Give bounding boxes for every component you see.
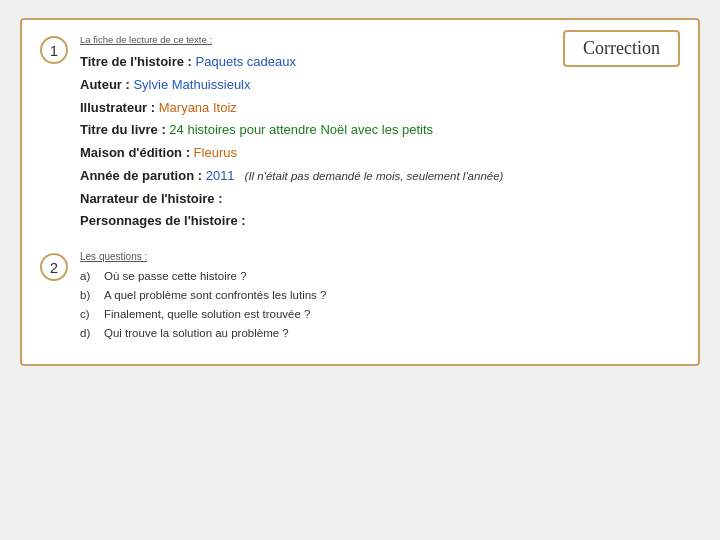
question-b: b) A quel problème sont confrontés les l… <box>80 289 680 301</box>
field-illustrateur: Illustrateur : Maryana Itoiz <box>80 97 680 120</box>
q-letter-c: c) <box>80 308 96 320</box>
section-2-content: Les questions : a) Où se passe cette his… <box>80 251 680 346</box>
question-a: a) Où se passe cette histoire ? <box>80 270 680 282</box>
field-label-narrateur: Narrateur de l'histoire : <box>80 191 223 206</box>
field-value-titre: Paquets cadeaux <box>196 54 296 69</box>
field-value-annee: 2011 <box>206 168 235 183</box>
question-d: d) Qui trouve la solution au problème ? <box>80 327 680 339</box>
field-label-annee: Année de parution : <box>80 168 206 183</box>
field-label-maison: Maison d'édition : <box>80 145 194 160</box>
field-label-illustrateur: Illustrateur : <box>80 100 159 115</box>
field-label-titre-livre: Titre du livre : <box>80 122 169 137</box>
q-text-a: Où se passe cette histoire ? <box>104 270 247 282</box>
field-value-illustrateur: Maryana Itoiz <box>159 100 237 115</box>
field-narrateur: Narrateur de l'histoire : <box>80 188 680 211</box>
q-letter-b: b) <box>80 289 96 301</box>
info-block: Titre de l'histoire : Paquets cadeaux Au… <box>80 51 680 233</box>
field-value-titre-livre: 24 histoires pour attendre Noël avec les… <box>169 122 433 137</box>
field-maison: Maison d'édition : Fleurus <box>80 142 680 165</box>
field-annee: Année de parution : 2011(Il n'était pas … <box>80 165 680 188</box>
q-text-b: A quel problème sont confrontés les luti… <box>104 289 326 301</box>
field-label-titre: Titre de l'histoire : <box>80 54 196 69</box>
questions-label: Les questions : <box>80 251 680 262</box>
field-value-maison: Fleurus <box>194 145 237 160</box>
section-2: 2 Les questions : a) Où se passe cette h… <box>40 251 680 346</box>
q-letter-d: d) <box>80 327 96 339</box>
section-1: 1 La fiche de lecture de ce texte : Corr… <box>40 34 680 233</box>
field-note-annee: (Il n'était pas demandé le mois, seuleme… <box>245 170 504 182</box>
field-label-auteur: Auteur : <box>80 77 133 92</box>
circle-1: 1 <box>40 36 68 64</box>
field-personnages: Personnages de l'histoire : <box>80 210 680 233</box>
field-auteur: Auteur : Sylvie Mathuissieulx <box>80 74 680 97</box>
section-1-content: La fiche de lecture de ce texte : Correc… <box>80 34 680 233</box>
q-text-d: Qui trouve la solution au problème ? <box>104 327 289 339</box>
circle-2: 2 <box>40 253 68 281</box>
q-text-c: Finalement, quelle solution est trouvée … <box>104 308 310 320</box>
field-value-auteur: Sylvie Mathuissieulx <box>133 77 250 92</box>
field-label-personnages: Personnages de l'histoire : <box>80 213 246 228</box>
main-card: 1 La fiche de lecture de ce texte : Corr… <box>20 18 700 366</box>
q-letter-a: a) <box>80 270 96 282</box>
field-titre-livre: Titre du livre : 24 histoires pour atten… <box>80 119 680 142</box>
question-c: c) Finalement, quelle solution est trouv… <box>80 308 680 320</box>
correction-box: Correction <box>563 30 680 67</box>
